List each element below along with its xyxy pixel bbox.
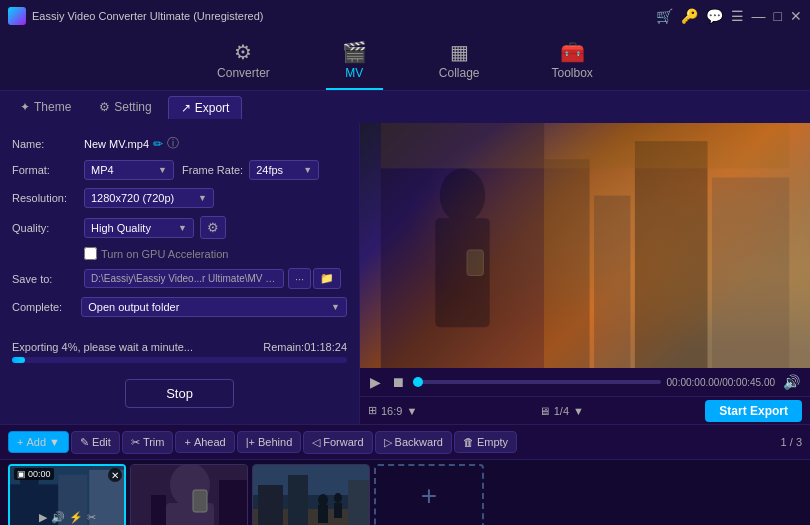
framerate-select[interactable]: 24fps ▼ [249, 160, 319, 180]
page-info-value: 1/4 [554, 405, 569, 417]
film-icon: ▣ [17, 469, 26, 479]
add-clip-button[interactable]: + [374, 464, 484, 525]
progress-indicator [413, 377, 423, 387]
res-dropdown-arrow: ▼ [198, 193, 207, 203]
behind-icon: |+ [246, 436, 255, 448]
svg-rect-19 [219, 480, 248, 525]
nav-label-toolbox: Toolbox [552, 66, 593, 80]
tabs-bar: ✦ Theme ⚙ Setting ↗ Export [0, 91, 810, 123]
stop-button[interactable]: Stop [125, 379, 234, 408]
video-preview [360, 123, 810, 368]
edit-button[interactable]: ✎ Edit [71, 431, 120, 454]
timeline-clip-3[interactable] [252, 464, 370, 525]
complete-select[interactable]: Open output folder ▼ [81, 297, 347, 317]
info-icon[interactable]: ⓘ [167, 135, 179, 152]
theme-tab-icon: ✦ [20, 100, 30, 114]
add-clip-icon: + [421, 480, 437, 512]
complete-value: Open output folder [88, 301, 179, 313]
clip1-close[interactable]: ✕ [108, 468, 122, 482]
svg-rect-6 [635, 141, 708, 368]
backward-button[interactable]: ▷ Backward [375, 431, 452, 454]
nav-item-toolbox[interactable]: 🧰 Toolbox [536, 36, 609, 90]
complete-label: Complete: [12, 301, 81, 313]
edit-icon[interactable]: ✏ [153, 137, 163, 151]
maximize-icon[interactable]: □ [774, 8, 782, 24]
page-count: 1 / 3 [781, 436, 802, 448]
add-button[interactable]: + Add ▼ [8, 431, 69, 453]
edit-label: Edit [92, 436, 111, 448]
saveto-more-button[interactable]: ··· [288, 268, 311, 289]
tab-label-theme: Theme [34, 100, 71, 114]
saveto-folder-button[interactable]: 📁 [313, 268, 341, 289]
main-area: Name: New MV.mp4 ✏ ⓘ Format: MP4 ▼ Frame… [0, 123, 810, 424]
name-label: Name: [12, 138, 84, 150]
quality-select[interactable]: High Quality ▼ [84, 218, 194, 238]
video-progress-track[interactable] [413, 380, 661, 384]
ahead-button[interactable]: + Ahead [175, 431, 234, 453]
behind-button[interactable]: |+ Behind [237, 431, 302, 453]
timeline-clip-2[interactable] [130, 464, 248, 525]
nav-item-collage[interactable]: ▦ Collage [423, 36, 496, 90]
saveto-input: D:\Eassiy\Eassiy Video...r Ultimate\MV E… [84, 269, 284, 288]
volume-button[interactable]: 🔊 [781, 374, 802, 390]
clip1-vol-icon[interactable]: 🔊 [51, 511, 65, 524]
svg-rect-23 [258, 485, 283, 525]
quality-row: Quality: High Quality ▼ ⚙ [12, 216, 347, 239]
empty-label: Empty [477, 436, 508, 448]
forward-button[interactable]: ◁ Forward [303, 431, 372, 454]
empty-icon: 🗑 [463, 436, 474, 448]
page-dropdown-arrow[interactable]: ▼ [573, 405, 584, 417]
name-row: Name: New MV.mp4 ✏ ⓘ [12, 135, 347, 152]
start-export-button[interactable]: Start Export [705, 400, 802, 422]
menu-icon[interactable]: ☰ [731, 8, 744, 24]
minimize-icon[interactable]: — [752, 8, 766, 24]
aspect-ratio-group: ⊞ 16:9 ▼ [368, 404, 417, 417]
play-button[interactable]: ▶ [368, 374, 383, 390]
clip1-cut-icon[interactable]: ✂ [87, 511, 96, 524]
empty-button[interactable]: 🗑 Empty [454, 431, 517, 453]
toolbar: + Add ▼ ✎ Edit ✂ Trim + Ahead |+ Behind … [0, 424, 810, 460]
video-silhouette [360, 123, 810, 368]
svg-rect-28 [334, 503, 342, 518]
clip1-time: ▣ 00:00 [14, 468, 54, 480]
chat-icon[interactable]: 💬 [706, 8, 723, 24]
clip2-svg [131, 465, 248, 525]
nav-item-mv[interactable]: 🎬 MV [326, 36, 383, 90]
add-label: Add [26, 436, 46, 448]
top-navigation: ⚙ Converter 🎬 MV ▦ Collage 🧰 Toolbox [0, 32, 810, 91]
titlebar-controls[interactable]: 🛒 🔑 💬 ☰ — □ ✕ [656, 8, 802, 24]
tab-export[interactable]: ↗ Export [168, 96, 243, 119]
video-info-bar: ⊞ 16:9 ▼ 🖥 1/4 ▼ Start Export [360, 396, 810, 424]
aspect-ratio-value: 16:9 [381, 405, 402, 417]
timeline-clip-1[interactable]: ▣ 00:00 ✕ ▶ 🔊 ⚡ ✂ [8, 464, 126, 525]
format-select[interactable]: MP4 ▼ [84, 160, 174, 180]
cart-icon[interactable]: 🛒 [656, 8, 673, 24]
backward-icon: ▷ [384, 436, 392, 449]
stop-video-button[interactable]: ⏹ [389, 374, 407, 390]
forward-label: Forward [323, 436, 363, 448]
titlebar-left: Eassiy Video Converter Ultimate (Unregis… [8, 7, 264, 25]
trim-button[interactable]: ✂ Trim [122, 431, 174, 454]
tab-theme[interactable]: ✦ Theme [8, 96, 83, 118]
right-panel: ▶ ⏹ 00:00:00.00/00:00:45.00 🔊 ⊞ 16:9 ▼ 🖥… [360, 123, 810, 424]
format-dropdown-arrow: ▼ [158, 165, 167, 175]
clip3-svg [253, 465, 370, 525]
titlebar: Eassiy Video Converter Ultimate (Unregis… [0, 0, 810, 32]
clip1-play-icon[interactable]: ▶ [39, 511, 47, 524]
fps-dropdown-arrow: ▼ [303, 165, 312, 175]
clip1-controls: ▶ 🔊 ⚡ ✂ [10, 511, 124, 524]
key-icon[interactable]: 🔑 [681, 8, 698, 24]
tab-setting[interactable]: ⚙ Setting [87, 96, 163, 118]
clip3-thumbnail [253, 465, 369, 525]
add-icon: + [17, 436, 23, 448]
resolution-select[interactable]: 1280x720 (720p) ▼ [84, 188, 214, 208]
nav-label-collage: Collage [439, 66, 480, 80]
clip1-subtitle-icon[interactable]: ⚡ [69, 511, 83, 524]
aspect-dropdown-arrow[interactable]: ▼ [406, 405, 417, 417]
nav-label-converter: Converter [217, 66, 270, 80]
quality-gear-button[interactable]: ⚙ [200, 216, 226, 239]
saveto-buttons: ··· 📁 [288, 268, 341, 289]
nav-item-converter[interactable]: ⚙ Converter [201, 36, 286, 90]
gpu-checkbox[interactable] [84, 247, 97, 260]
close-icon[interactable]: ✕ [790, 8, 802, 24]
